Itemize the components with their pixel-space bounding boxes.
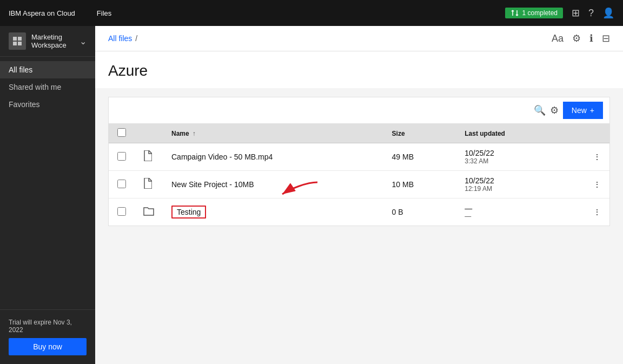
row3-name-text[interactable]: Testing: [171, 206, 206, 219]
sidebar-item-all-files[interactable]: All files: [0, 61, 95, 78]
search-icon[interactable]: 🔍: [534, 104, 546, 116]
table-row: Campaign Video - 50 MB.mp4 49 MB 10/25/2…: [109, 143, 609, 171]
row2-size: 10 MB: [383, 171, 456, 198]
breadcrumb-all-files[interactable]: All files: [108, 34, 132, 43]
breadcrumb-actions: Aa ⚙ ℹ ⊟: [552, 32, 610, 44]
table-header-row: Name ↑ Size Last updated: [109, 124, 609, 143]
workspace-grid-icon: [12, 36, 23, 47]
sidebar-item-shared-with-me[interactable]: Shared with me: [0, 78, 95, 96]
completed-badge: 1 completed: [505, 8, 563, 18]
file-browser-toolbar: 🔍 ⚙ New +: [109, 97, 609, 124]
row3-size: 0 B: [383, 198, 456, 226]
new-button[interactable]: New +: [563, 102, 603, 119]
file-icon: [143, 153, 152, 163]
breadcrumb-separator: /: [135, 34, 137, 43]
layout-icon[interactable]: ⊟: [602, 32, 610, 44]
name-col-label: Name: [171, 130, 189, 137]
page-title: Azure: [108, 62, 610, 80]
row2-checkbox[interactable]: [117, 180, 126, 188]
breadcrumb: All files /: [108, 34, 137, 43]
select-all-checkbox[interactable]: [117, 128, 126, 137]
file-area: 🔍 ⚙ New +: [95, 88, 623, 364]
row1-checkbox[interactable]: [117, 152, 126, 161]
row1-more[interactable]: ⋮: [563, 143, 609, 171]
file-browser: 🔍 ⚙ New +: [108, 97, 610, 226]
row2-name: New Site Project - 10MB: [163, 171, 383, 198]
sidebar-item-favorites[interactable]: Favorites: [0, 96, 95, 113]
svg-rect-2: [13, 42, 17, 45]
layout: Marketing Workspace ⌄ All files Shared w…: [0, 26, 623, 364]
file-table: Name ↑ Size Last updated: [109, 124, 609, 226]
row1-date-line2: 3:32 AM: [465, 157, 554, 165]
view-options-icon[interactable]: Aa: [552, 33, 564, 44]
header-name: Name ↑: [163, 124, 383, 143]
transfer-icon: [511, 9, 519, 17]
workspace-name: Marketing Workspace: [31, 33, 74, 49]
breadcrumb-bar: All files / Aa ⚙ ℹ ⊟: [95, 26, 623, 51]
completed-text: 1 completed: [522, 9, 558, 17]
row1-date-line1: 10/25/22: [465, 149, 554, 157]
table-row: Testing 0 B — — ⋮: [109, 198, 609, 226]
plus-icon: +: [590, 106, 594, 115]
header-updated: Last updated: [456, 124, 563, 143]
sidebar-item-favorites-label: Favorites: [9, 100, 40, 109]
file-icon: [143, 180, 152, 191]
row2-more[interactable]: ⋮: [563, 171, 609, 198]
trial-text: Trial will expire Nov 3, 2022: [9, 319, 87, 334]
sort-icon[interactable]: ↑: [193, 130, 196, 137]
topbar-left: IBM Aspera on Cloud Files: [9, 9, 111, 17]
svg-rect-0: [13, 37, 17, 41]
header-size: Size: [383, 124, 456, 143]
sidebar-bottom: Trial will expire Nov 3, 2022 Buy now: [0, 309, 95, 364]
row3-date-line1: —: [465, 204, 554, 213]
topbar-right: 1 completed ⊞ ? 👤: [505, 7, 614, 19]
page-header: Azure: [95, 51, 623, 88]
row3-checkbox[interactable]: [117, 207, 126, 216]
topbar-brand: IBM Aspera on Cloud: [9, 9, 75, 17]
row2-date-line2: 12:19 AM: [465, 185, 554, 193]
settings-icon[interactable]: ⚙: [572, 32, 581, 44]
header-icon-col: [135, 124, 163, 143]
svg-rect-3: [18, 42, 22, 45]
row1-name: Campaign Video - 50 MB.mp4: [163, 143, 383, 171]
main-content: All files / Aa ⚙ ℹ ⊟ Azure 🔍 ⚙: [95, 26, 623, 364]
help-icon[interactable]: ?: [588, 8, 594, 19]
new-label: New: [572, 106, 587, 115]
topbar-files: Files: [97, 9, 111, 17]
table-row: New Site Project - 10MB: [109, 171, 609, 198]
buy-now-button[interactable]: Buy now: [9, 338, 87, 355]
folder-icon: [143, 207, 154, 218]
sidebar-item-shared-label: Shared with me: [9, 83, 61, 91]
apps-icon[interactable]: ⊞: [572, 7, 580, 19]
row3-more[interactable]: ⋮: [563, 198, 609, 226]
row3-icon-col: [135, 198, 163, 226]
row1-name-text[interactable]: Campaign Video - 50 MB.mp4: [171, 153, 273, 161]
row1-date: 10/25/22 3:32 AM: [456, 143, 563, 171]
header-checkbox-col: [109, 124, 135, 143]
sidebar: Marketing Workspace ⌄ All files Shared w…: [0, 26, 95, 364]
row2-date-line1: 10/25/22: [465, 176, 554, 185]
topbar: IBM Aspera on Cloud Files 1 completed ⊞ …: [0, 0, 623, 26]
row2-icon-col: [135, 171, 163, 198]
svg-rect-1: [18, 37, 22, 41]
sidebar-nav: All files Shared with me Favorites: [0, 57, 95, 309]
settings-icon-2[interactable]: ⚙: [550, 104, 559, 116]
row3-name: Testing: [163, 198, 383, 226]
row3-date-line2: —: [465, 213, 554, 220]
user-icon[interactable]: 👤: [602, 7, 614, 19]
info-icon[interactable]: ℹ: [589, 32, 593, 44]
row2-name-text[interactable]: New Site Project - 10MB: [171, 180, 254, 189]
row3-checkbox-col: [109, 198, 135, 226]
workspace-icon: [9, 32, 26, 50]
row2-checkbox-col: [109, 171, 135, 198]
row1-size: 49 MB: [383, 143, 456, 171]
row3-date: — —: [456, 198, 563, 226]
row1-checkbox-col: [109, 143, 135, 171]
row1-icon-col: [135, 143, 163, 171]
chevron-down-icon: ⌄: [79, 36, 87, 47]
workspace-selector[interactable]: Marketing Workspace ⌄: [0, 26, 95, 57]
sidebar-item-all-files-label: All files: [9, 65, 32, 74]
brand-name: IBM Aspera on Cloud: [9, 9, 75, 17]
header-actions: [563, 124, 609, 143]
row2-date: 10/25/22 12:19 AM: [456, 171, 563, 198]
